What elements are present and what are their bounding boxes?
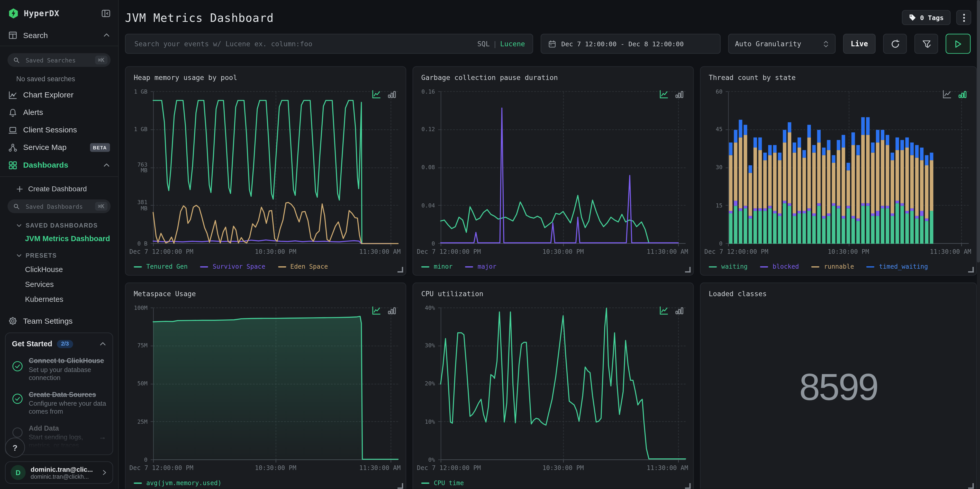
event-search-box[interactable]: SQL|Lucene — [125, 34, 533, 54]
bar-segment-runnable — [905, 148, 909, 211]
bar-segment-runnable — [788, 132, 791, 203]
bar-segment-blocked — [729, 211, 733, 213]
sidebar-item-label: Service Map — [23, 143, 67, 152]
bar-chart-icon[interactable] — [958, 89, 967, 99]
event-search-input[interactable] — [133, 39, 477, 48]
bar-segment-timed_waiting — [768, 145, 772, 155]
y-tick-label: 25M — [137, 419, 148, 425]
chevron-up-icon[interactable] — [100, 341, 107, 347]
plot-area[interactable] — [153, 92, 398, 244]
bar-chart-icon[interactable] — [675, 89, 684, 99]
bar-segment-blocked — [905, 211, 909, 213]
get-started-step[interactable]: Connect to ClickHouse Set up your databa… — [12, 357, 106, 382]
help-button[interactable]: ? — [5, 438, 25, 458]
bar-segment-waiting — [827, 216, 830, 244]
line-chart-icon[interactable] — [942, 89, 952, 99]
sidebar-item-service-map[interactable]: Service Map BETA — [0, 139, 118, 156]
legend-swatch — [422, 266, 430, 267]
run-query-button[interactable] — [945, 34, 970, 54]
lucene-toggle[interactable]: Lucene — [500, 40, 525, 48]
collapse-sidebar-icon[interactable] — [101, 9, 111, 18]
x-tick-label: 11:30:00 AM — [359, 464, 401, 471]
sidebar-item-client-sessions[interactable]: Client Sessions — [0, 121, 118, 139]
get-started-step[interactable]: Create Data Sources Configure where your… — [12, 390, 106, 416]
bar-chart-icon[interactable] — [387, 306, 397, 315]
resize-handle[interactable] — [968, 483, 974, 489]
plot-area[interactable] — [441, 308, 686, 460]
refresh-button[interactable] — [883, 34, 907, 54]
bar-segment-timed_waiting — [734, 130, 738, 142]
create-dashboard-button[interactable]: Create Dashboard — [16, 185, 118, 193]
resize-handle[interactable] — [398, 483, 403, 489]
sql-toggle[interactable]: SQL — [477, 40, 490, 48]
legend-item[interactable]: CPU time — [422, 479, 464, 486]
plot-area[interactable] — [441, 92, 686, 244]
sidebar-item-alerts[interactable]: Alerts — [0, 104, 118, 121]
user-menu[interactable]: D dominic.tran@clic... dominic.tran@clic… — [5, 461, 113, 484]
sidebar-item-jvm-metrics-dashboard[interactable]: JVM Metrics Dashboard — [25, 234, 118, 243]
legend-item[interactable]: blocked — [760, 263, 799, 270]
query-language-toggle[interactable]: SQL|Lucene — [477, 40, 525, 48]
legend-item[interactable]: minor — [422, 263, 453, 270]
sidebar-item-dashboards[interactable]: Dashboards — [0, 156, 118, 174]
legend-item[interactable]: avg(jvm.memory.used) — [134, 479, 221, 486]
bar-segment-timed_waiting — [773, 145, 776, 153]
section-saved-dashboards[interactable]: SAVED DASHBOARDS — [16, 222, 118, 229]
legend-item[interactable]: Survivor Space — [200, 263, 266, 270]
resize-handle[interactable] — [685, 267, 690, 272]
scrollbar[interactable] — [977, 0, 980, 489]
scrollbar-thumb[interactable] — [977, 0, 980, 263]
legend-swatch — [867, 266, 875, 267]
plot-area[interactable] — [728, 92, 969, 244]
legend-item[interactable]: major — [465, 263, 496, 270]
date-range-picker[interactable]: Dec 7 12:00:00 - Dec 8 12:00:00 — [541, 34, 721, 54]
bar-segment-blocked — [832, 203, 835, 206]
bar-segment-waiting — [768, 208, 772, 244]
bar-segment-timed_waiting — [788, 123, 791, 132]
sidebar-item-search[interactable]: Search — [0, 25, 118, 46]
bar-segment-runnable — [749, 173, 752, 216]
dashboard-menu-button[interactable] — [956, 10, 971, 25]
line-chart-icon[interactable] — [659, 89, 669, 99]
legend-item[interactable]: Eden Space — [278, 263, 328, 270]
line-chart-icon[interactable] — [659, 306, 669, 315]
resize-handle[interactable] — [685, 483, 690, 489]
sidebar-item-services[interactable]: Services — [25, 280, 118, 289]
bar-segment-timed_waiting — [896, 137, 899, 150]
section-presets[interactable]: PRESETS — [16, 252, 118, 259]
legend-item[interactable]: runnable — [811, 263, 854, 270]
resize-handle[interactable] — [968, 267, 974, 272]
sidebar-item-clickhouse[interactable]: ClickHouse — [25, 265, 118, 274]
plot-area[interactable] — [153, 308, 398, 460]
filter-button[interactable] — [915, 34, 938, 54]
saved-dashboards-search[interactable]: ⌘K — [8, 199, 111, 213]
legend-item[interactable]: Tenured Gen — [134, 263, 188, 270]
saved-searches-search[interactable]: ⌘K — [8, 53, 111, 67]
resize-handle[interactable] — [398, 267, 403, 272]
legend-swatch — [278, 266, 286, 267]
sidebar-item-kubernetes[interactable]: Kubernetes — [25, 295, 118, 304]
saved-dashboards-input[interactable] — [24, 202, 91, 210]
tags-button[interactable]: 0 Tags — [902, 10, 950, 25]
legend-item[interactable]: timed_waiting — [867, 263, 928, 270]
bar-chart-icon[interactable] — [387, 89, 397, 99]
sidebar-item-team-settings[interactable]: Team Settings — [8, 316, 118, 325]
get-started-step[interactable]: Add Data Start sending logs, metrics, or… — [12, 424, 106, 449]
sidebar-item-label: Dashboards — [23, 161, 68, 169]
bar-segment-waiting — [739, 211, 743, 244]
saved-searches-input[interactable] — [24, 56, 91, 64]
step-title: Add Data — [29, 424, 93, 432]
bar-segment-timed_waiting — [778, 153, 781, 161]
live-button[interactable]: Live — [843, 34, 876, 54]
line-chart-icon[interactable] — [372, 89, 381, 99]
bar-chart-icon[interactable] — [675, 306, 684, 315]
bar-segment-waiting — [749, 218, 752, 244]
legend-item[interactable]: waiting — [709, 263, 748, 270]
granularity-select[interactable]: Auto Granularity — [728, 34, 835, 54]
series-survivor-space — [153, 240, 391, 244]
line-chart-icon[interactable] — [372, 306, 381, 315]
x-axis: Dec 7 12:00:00 PM10:30:00 PM11:30:00 AM — [441, 248, 686, 256]
sidebar-item-chart-explorer[interactable]: Chart Explorer — [0, 86, 118, 104]
bar-segment-blocked — [886, 205, 889, 208]
legend-label: minor — [434, 263, 452, 270]
